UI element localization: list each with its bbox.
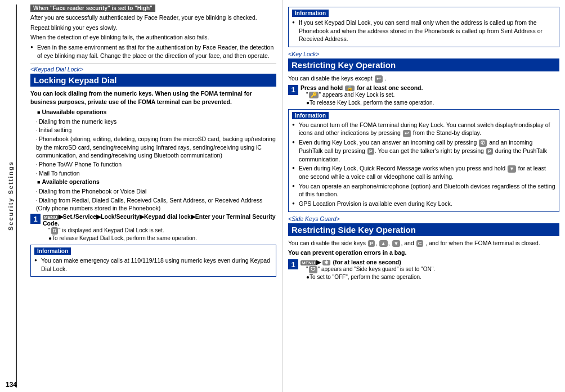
side-key-2: ▲ [379,240,388,247]
face-reader-bullet: Even in the same environment as that for… [30,43,276,60]
d-icon: D [51,227,59,235]
end-icon-inline: ↩ [403,130,411,137]
side-key-1: P [368,240,375,247]
side-keys-note1: "🛡" appears and "Side keys guard" is set… [301,265,559,273]
step-number-side-keys: 1 [288,259,298,269]
push-icon-inline: P [367,148,374,155]
side-keys-subtitle: <Side Keys Guard> [288,215,559,222]
side-guard-icon: 🛡 [309,266,317,273]
info-header-top: Information [292,10,329,17]
step1-side-keys-content: MENU▶ ✱ (for at least one second) "🛡" ap… [301,259,559,281]
key-lock-symbol: 🔑 [309,92,319,99]
unavailable-item-5: Mail To function [30,169,276,178]
info-bullet-left: You can make emergency calls at 110/119/… [34,256,272,273]
sidebar-label: Security Settings [6,4,17,388]
side-key-4: C [416,240,424,247]
available-item-1: Dialing from the Phonebook or Voice Dial [30,187,276,196]
right-panel: Information If you set Keypad Dial Lock,… [282,0,565,392]
face-reader-header: When "Face reader security" is set to "H… [30,4,155,12]
keypad-subtitle: <Keypad Dial Lock> [30,66,276,73]
key-lock-body: You can disable the keys except ↩ . [288,74,559,83]
side-keys-section: <Side Keys Guard> Restricting Side Key O… [288,215,559,281]
step1-note2: ●To release Keypad Dial Lock, perform th… [43,235,276,242]
side-keys-step1: 1 MENU▶ ✱ (for at least one second) "🛡" … [288,259,559,281]
step-number-1: 1 [30,214,41,224]
info-section-left: Information You can make emergency calls… [30,245,276,277]
asterisk-icon: ✱ [322,260,330,265]
menu-icon-side: MENU [301,260,316,265]
call-icon-inline: ✆ [479,139,487,147]
info-top-bullet: If you set Keypad Dial Lock, you can sen… [292,19,555,43]
unavailable-label: Unavailable operations [30,108,276,116]
key-lock-step1: 1 Press and hold 🔒 for at least one seco… [288,84,559,107]
end-key-icon: ↩ [375,75,383,83]
available-label: Available operations [30,178,276,186]
side-key-3: ▼ [392,240,401,247]
keypad-body-bold: You can lock dialing from the numeric ke… [30,89,276,106]
keypad-step1: 1 MENU▶Set./Service▶Lock/Security▶Keypad… [30,213,276,242]
step-number-key-lock: 1 [288,85,298,95]
key-lock-subtitle: <Key Lock> [288,51,559,57]
info-mid-bullet-5: GPS Location Provision is available even… [292,200,555,208]
info-mid-bullet-2: Even during Key Lock, you can answer an … [292,138,555,163]
menu-icon: MENU [43,215,59,220]
side-keys-note2: ●To set to "OFF", perform the same opera… [301,273,559,281]
info-header-left: Information [34,247,71,255]
face-reader-body1: After you are successfully authenticated… [30,13,276,22]
info-mid-bullet-1: You cannot turn off the FOMA terminal du… [292,121,555,137]
unavailable-item-3: Phonebook (storing, editing, deleting, c… [30,135,276,160]
step1-side-keys-instruction: MENU▶ ✱ (for at least one second) [301,259,559,265]
key-lock-note2: ●To release Key Lock, perform the same o… [301,99,559,107]
face-reader-section: When "Face reader security" is set to "H… [30,4,276,60]
step1-content: MENU▶Set./Service▶Lock/Security▶Keypad d… [43,213,276,242]
face-reader-body2: Repeat blinking your eyes slowly. [30,24,276,32]
step1-note1: "D" is displayed and Keypad Dial Lock is… [43,227,276,235]
talk-icon-inline: P [486,148,493,155]
unavailable-item-4: Phone To/AV Phone To function [30,160,276,169]
keypad-title: Locking Keypad Dial [30,74,276,87]
key-lock-section: <Key Lock> Restricting Key Operation You… [288,51,559,212]
info-mid-bullet-4: You can operate an earphone/microphone (… [292,182,555,199]
lock-key-icon: 🔒 [345,85,355,91]
side-keys-body3: You can prevent operation errors in a ba… [288,249,559,257]
step1-key-lock-content: Press and hold 🔒 for at least one second… [301,84,559,107]
info-header-mid: Information [292,112,329,119]
key-lock-note1: "🔑" appears and Key Lock is set. [301,91,559,99]
step1-instruction: MENU▶Set./Service▶Lock/Security▶Keypad d… [43,213,276,227]
info-mid-bullet-3: Even during Key Lock, Quick Record Messa… [292,164,555,181]
step1-key-lock-instruction: Press and hold 🔒 for at least one second… [301,84,559,91]
unavailable-item-2: Initial setting [30,126,276,134]
key-lock-title: Restricting Key Operation [288,58,559,71]
info-section-top: Information If you set Keypad Dial Lock,… [288,7,559,47]
unavailable-item-1: Dialing from the numeric keys [30,118,276,126]
keypad-section: <Keypad Dial Lock> Locking Keypad Dial Y… [30,66,276,277]
available-item-2: Dialing from Redial, Dialed Calls, Recei… [30,196,276,213]
vol-icon-inline: ▼ [508,165,516,173]
info-section-mid: Information You cannot turn off the FOMA… [288,109,559,212]
left-panel: Security Settings When "Face reader secu… [0,0,282,392]
face-reader-body3: When the detection of eye blinking fails… [30,33,276,42]
side-keys-title: Restricting Side Key Operation [288,223,559,236]
side-keys-body1: You can disable the side keys P, ▲, ▼, a… [288,239,559,247]
